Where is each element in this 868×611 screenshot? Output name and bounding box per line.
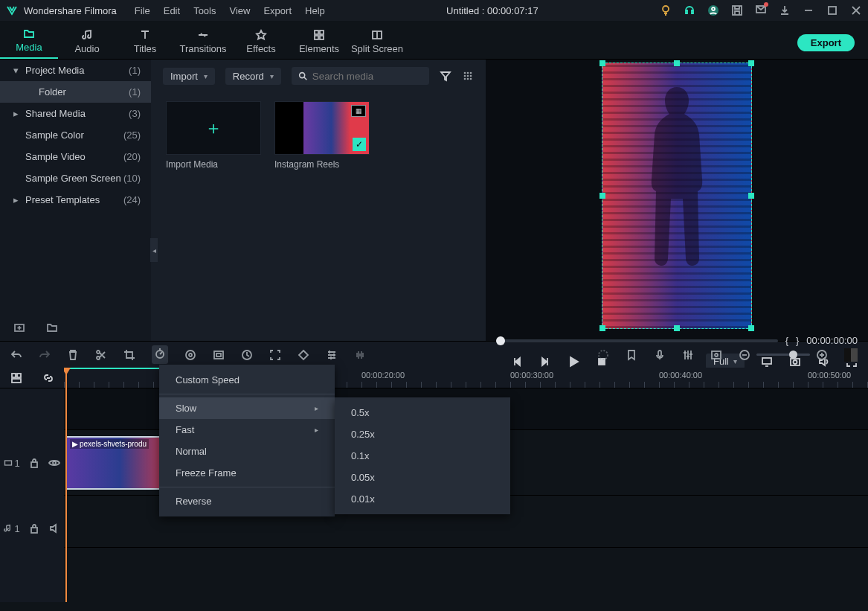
voiceover-icon[interactable] (654, 349, 666, 361)
new-bin-icon[interactable] (13, 322, 25, 333)
crop-zoom-icon[interactable] (213, 349, 225, 361)
audio-wave-icon[interactable] (354, 349, 366, 361)
resize-handle[interactable] (748, 60, 754, 66)
tab-splitscreen[interactable]: Split Screen (348, 28, 406, 59)
menu-edit[interactable]: Edit (164, 5, 180, 16)
sidebar-sample-green[interactable]: Sample Green Screen (10) (0, 167, 151, 189)
tab-elements[interactable]: Elements (290, 28, 348, 59)
media-clip-reels[interactable]: ▦ ✓ Instagram Reels (274, 101, 370, 170)
resize-handle[interactable] (599, 193, 605, 199)
panel-collapse-icon[interactable]: ◂ (150, 238, 158, 262)
eye-icon[interactable] (48, 457, 60, 469)
zoom-handle[interactable] (789, 351, 797, 359)
loop-end[interactable]: } (796, 335, 799, 346)
next-frame-icon[interactable] (539, 356, 551, 368)
sidebar-preset-templates[interactable]: ▸Preset Templates (24) (0, 189, 151, 211)
import-media-tile[interactable]: ＋ Import Media (166, 101, 261, 170)
timeline-clip[interactable]: ▶pexels-shvets-produ (65, 436, 174, 490)
tab-transitions[interactable]: Transitions (174, 28, 232, 59)
sidebar-folder[interactable]: Folder (1) (0, 81, 151, 103)
snapshot-tl-icon[interactable] (710, 349, 722, 361)
lock-icon[interactable] (28, 522, 40, 534)
delete-icon[interactable] (67, 349, 79, 361)
preview-frame[interactable] (602, 63, 752, 329)
tab-audio[interactable]: Audio (58, 28, 116, 59)
sidebar-sample-color[interactable]: Sample Color (25) (0, 124, 151, 146)
video-track-header[interactable]: 1 (0, 430, 64, 496)
slow-025x[interactable]: 0.25x (335, 423, 510, 445)
menu-export[interactable]: Export (263, 5, 292, 16)
resize-handle[interactable] (599, 325, 605, 331)
preview-canvas[interactable] (486, 60, 868, 332)
undo-icon[interactable] (10, 349, 22, 361)
menu-file[interactable]: File (135, 5, 150, 16)
account-icon[interactable] (707, 4, 719, 16)
redo-icon[interactable] (39, 349, 51, 361)
zoom-out-icon[interactable] (739, 349, 750, 361)
resize-handle[interactable] (748, 193, 754, 199)
color-icon[interactable] (184, 349, 196, 361)
loop-start[interactable]: { (785, 335, 788, 346)
download-icon[interactable] (779, 4, 791, 16)
sidebar-project-media[interactable]: ▾Project Media (1) (0, 60, 151, 81)
track-options-icon[interactable] (10, 372, 22, 384)
crop-icon[interactable] (123, 349, 135, 361)
menu-slow[interactable]: Slow▸ (159, 397, 335, 419)
menu-fast[interactable]: Fast▸ (159, 419, 335, 441)
maximize-icon[interactable] (826, 4, 838, 16)
scrub-handle[interactable] (496, 336, 505, 345)
scrub-track[interactable] (496, 339, 778, 342)
slow-005x[interactable]: 0.05x (335, 467, 510, 488)
lock-icon[interactable] (28, 457, 40, 469)
link-icon[interactable] (42, 372, 54, 384)
search-input[interactable] (312, 71, 423, 82)
audio-track-header[interactable]: 1 (0, 496, 64, 561)
resize-handle[interactable] (674, 60, 680, 66)
export-button[interactable]: Export (797, 34, 855, 51)
support-icon[interactable] (684, 4, 695, 16)
prev-frame-icon[interactable] (511, 356, 523, 368)
resize-handle[interactable] (748, 325, 754, 331)
adjust-icon[interactable] (326, 349, 338, 361)
lightbulb-icon[interactable] (660, 4, 672, 16)
menu-normal[interactable]: Normal (159, 441, 335, 462)
playhead[interactable] (65, 368, 67, 602)
split-icon[interactable] (95, 349, 107, 361)
mute-icon[interactable] (48, 522, 60, 534)
timeline-preview-icon[interactable] (844, 348, 858, 362)
detect-icon[interactable] (269, 349, 281, 361)
view-grid-icon[interactable] (462, 70, 474, 82)
menu-custom-speed[interactable]: Custom Speed (159, 369, 335, 391)
slow-05x[interactable]: 0.5x (335, 402, 510, 423)
menu-tools[interactable]: Tools (193, 5, 216, 16)
tab-effects[interactable]: Effects (232, 28, 290, 59)
filter-icon[interactable] (440, 70, 451, 82)
menu-help[interactable]: Help (305, 5, 325, 16)
slow-001x[interactable]: 0.01x (335, 488, 510, 510)
zoom-in-icon[interactable] (816, 349, 828, 361)
menu-freeze[interactable]: Freeze Frame (159, 462, 335, 484)
resize-handle[interactable] (599, 60, 605, 66)
marker-icon[interactable] (626, 349, 637, 361)
menu-reverse[interactable]: Reverse (159, 490, 335, 512)
search-media[interactable] (292, 67, 429, 85)
speed-icon[interactable] (152, 345, 168, 364)
new-folder-icon[interactable] (46, 322, 58, 333)
play-icon[interactable] (568, 356, 579, 368)
tab-titles[interactable]: Titles (116, 28, 174, 59)
duration-icon[interactable] (241, 349, 253, 361)
keyframe-icon[interactable] (298, 349, 309, 361)
render-icon[interactable] (597, 349, 609, 361)
close-icon[interactable] (850, 4, 862, 16)
resize-handle[interactable] (674, 325, 680, 331)
sidebar-sample-video[interactable]: Sample Video (20) (0, 146, 151, 167)
import-dropdown[interactable]: Import▾ (163, 68, 215, 85)
message-icon[interactable] (755, 4, 767, 18)
tab-media[interactable]: Media (0, 27, 58, 59)
zoom-slider[interactable] (756, 354, 810, 356)
record-dropdown[interactable]: Record▾ (225, 68, 281, 85)
slow-01x[interactable]: 0.1x (335, 445, 510, 467)
sidebar-shared-media[interactable]: ▸Shared Media (3) (0, 103, 151, 124)
save-icon[interactable] (731, 4, 743, 16)
menu-view[interactable]: View (229, 5, 250, 16)
